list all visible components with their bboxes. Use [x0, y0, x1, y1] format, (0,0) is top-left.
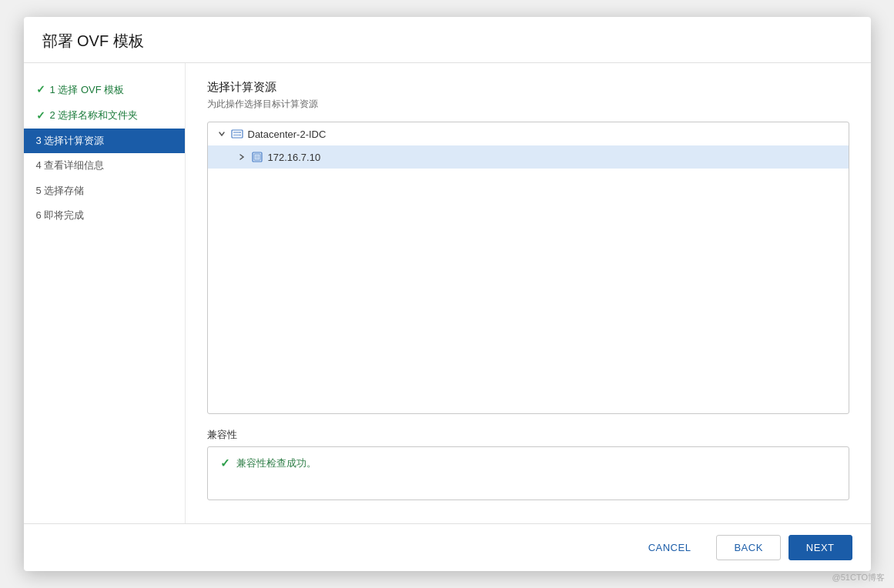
compatibility-label: 兼容性: [207, 428, 849, 442]
datacenter-label: Datacenter-2-IDC: [248, 129, 326, 140]
dialog-title: 部署 OVF 模板: [42, 31, 852, 52]
watermark: @51CTO博客: [832, 572, 885, 583]
check-icon-step2: ✓: [36, 109, 45, 124]
tree-row-datacenter[interactable]: Datacenter-2-IDC: [208, 122, 849, 145]
host-icon: [251, 151, 263, 163]
back-button[interactable]: BACK: [716, 535, 780, 560]
next-button[interactable]: NEXT: [789, 535, 852, 560]
chevron-host[interactable]: [236, 151, 248, 163]
sidebar-item-step6[interactable]: 6 即将完成: [24, 203, 185, 228]
sidebar-label-step2: 2 选择名称和文件夹: [50, 109, 139, 122]
wizard-sidebar: ✓ 1 选择 OVF 模板 ✓ 2 选择名称和文件夹 3 选择计算资源 4 查看…: [24, 63, 186, 523]
sidebar-item-step3[interactable]: 3 选择计算资源: [24, 129, 185, 153]
sidebar-label-step3: 3 选择计算资源: [36, 134, 105, 148]
svg-rect-0: [232, 130, 243, 138]
sidebar-item-step5[interactable]: 5 选择存储: [24, 179, 185, 203]
svg-point-4: [239, 135, 240, 135]
compat-check-icon: ✓: [220, 456, 230, 470]
cancel-button[interactable]: CANCEL: [631, 535, 709, 560]
sidebar-label-step4: 4 查看详细信息: [36, 159, 105, 172]
sidebar-label-step1: 1 选择 OVF 模板: [50, 83, 125, 97]
dialog-body: ✓ 1 选择 OVF 模板 ✓ 2 选择名称和文件夹 3 选择计算资源 4 查看…: [24, 63, 871, 523]
dialog-header: 部署 OVF 模板: [24, 17, 871, 63]
deploy-ovf-dialog: 部署 OVF 模板 ✓ 1 选择 OVF 模板 ✓ 2 选择名称和文件夹 3 选…: [24, 17, 871, 571]
datacenter-icon: [231, 128, 243, 140]
compute-resource-tree[interactable]: Datacenter-2-IDC: [207, 122, 849, 414]
svg-point-3: [239, 132, 240, 132]
section-title: 选择计算资源: [207, 80, 849, 95]
svg-rect-7: [255, 155, 259, 159]
check-icon-step1: ✓: [36, 82, 45, 98]
sidebar-label-step6: 6 即将完成: [36, 209, 85, 222]
chevron-datacenter[interactable]: [216, 128, 228, 140]
section-subtitle: 为此操作选择目标计算资源: [207, 98, 849, 111]
main-content: 选择计算资源 为此操作选择目标计算资源: [186, 63, 871, 523]
compat-success-text: 兼容性检查成功。: [236, 456, 316, 470]
compatibility-success: ✓ 兼容性检查成功。: [220, 456, 836, 470]
sidebar-label-step5: 5 选择存储: [36, 184, 85, 198]
sidebar-item-step1[interactable]: ✓ 1 选择 OVF 模板: [24, 77, 185, 103]
compatibility-box: ✓ 兼容性检查成功。: [207, 446, 849, 500]
host-label: 172.16.7.10: [268, 152, 321, 163]
sidebar-item-step4[interactable]: 4 查看详细信息: [24, 153, 185, 178]
sidebar-item-step2[interactable]: ✓ 2 选择名称和文件夹: [24, 103, 185, 129]
dialog-footer: CANCEL BACK NEXT: [24, 523, 871, 571]
tree-row-host[interactable]: 172.16.7.10: [208, 145, 849, 169]
